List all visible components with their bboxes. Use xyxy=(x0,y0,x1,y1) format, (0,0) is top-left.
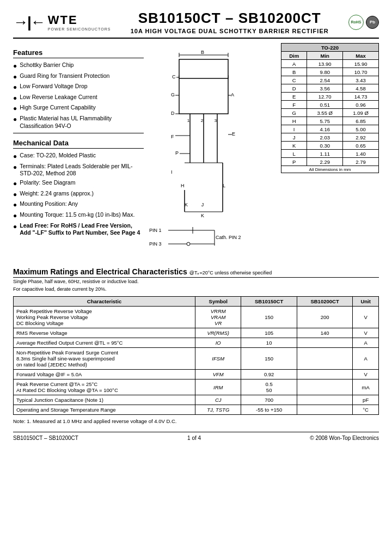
val1-cell: 700 xyxy=(241,395,297,405)
bullet-icon: ● xyxy=(13,115,17,124)
dim-cell: C xyxy=(281,76,307,84)
logo-text: WTE POWER SEMICONDUCTORS xyxy=(48,13,111,31)
list-item: ●High Surge Current Capability xyxy=(13,104,144,113)
val1-cell: 0.92 xyxy=(241,370,297,379)
char-cell: Forward Voltage @IF = 5.0A xyxy=(14,370,195,379)
unit-cell: mA xyxy=(353,379,379,395)
char-cell: Non-Repetitive Peak Forward Surge Curren… xyxy=(14,348,195,370)
footer-left: SB10150CT – SB10200CT xyxy=(13,435,78,441)
features-col: Features ●Schottky Barrier Chip ●Guard R… xyxy=(13,43,144,252)
char-table: Characteristic Symbol SB10150CT SB10200C… xyxy=(13,296,379,415)
unit-cell: V xyxy=(353,370,379,379)
unit-col-header: Unit xyxy=(353,297,379,307)
part-number: SB10150CT – SB10200CT xyxy=(111,10,348,27)
pb-badge: Pb xyxy=(366,16,379,29)
diagram-svg: 1 2 3 B C G D F xyxy=(149,43,258,217)
pin-connection-svg: PIN 1 PIN 3 Cath. PIN 2 xyxy=(149,224,247,251)
symbol-cell: CJ xyxy=(195,395,241,405)
dim-cell: 13.90 xyxy=(307,60,343,68)
note-text: Note: 1. Measured at 1.0 MHz and applied… xyxy=(13,418,379,424)
bullet-icon: ● xyxy=(13,73,17,82)
list-item: ●Guard Ring for Transient Protection xyxy=(13,72,144,82)
val2-cell xyxy=(297,395,352,405)
footer-center: 1 of 4 xyxy=(187,435,201,441)
svg-text:H: H xyxy=(181,183,185,188)
svg-text:B: B xyxy=(201,50,204,55)
sb150-col-header: SB10150CT xyxy=(241,297,297,307)
table-row: Average Rectified Output Current @TL = 9… xyxy=(14,338,379,348)
mechanical-list: ●Case: TO-220, Molded Plastic ●Terminals… xyxy=(13,152,144,237)
dim-cell: 1.40 xyxy=(343,150,379,158)
features-title: Features xyxy=(13,48,144,58)
val1-cell: -55 to +150 xyxy=(241,405,297,415)
list-item: ●Case: TO-220, Molded Plastic xyxy=(13,152,144,161)
dim-cell: L xyxy=(281,150,307,158)
char-cell: Peak Reverse Current @TA = 25°C At Rated… xyxy=(14,379,195,395)
svg-point-43 xyxy=(187,242,190,246)
badges: RoHS Pb xyxy=(348,15,379,30)
bullet-icon: ● xyxy=(13,191,17,199)
dim-cell: 15.90 xyxy=(343,60,379,68)
bullet-icon: ● xyxy=(13,180,17,188)
svg-text:J: J xyxy=(201,202,204,207)
unit-cell: V xyxy=(353,307,379,328)
val2-cell xyxy=(297,348,352,370)
svg-rect-2 xyxy=(179,59,228,78)
symbol-col-header: Symbol xyxy=(195,297,241,307)
symbol-cell: IRM xyxy=(195,379,241,395)
dim-cell: B xyxy=(281,68,307,76)
dim-cell: 10.70 xyxy=(343,68,379,76)
svg-text:G: G xyxy=(171,92,175,97)
page-header: →|← WTE POWER SEMICONDUCTORS SB10150CT –… xyxy=(13,10,379,39)
logo-area: →|← WTE POWER SEMICONDUCTORS xyxy=(13,13,111,31)
dim-header-dim: Dim xyxy=(281,52,307,60)
dim-cell: 0.30 xyxy=(307,142,343,150)
symbol-cell: VFM xyxy=(195,370,241,379)
svg-rect-0 xyxy=(179,76,228,114)
table-row: Typical Junction Capacitance (Note 1)CJ7… xyxy=(14,395,379,405)
svg-text:E: E xyxy=(232,131,235,137)
list-item: ●Low Reverse Leakage Current xyxy=(13,94,144,103)
max-ratings-section: Maximum Ratings and Electrical Character… xyxy=(13,260,379,415)
dim-cell: 4.58 xyxy=(343,84,379,93)
svg-text:I: I xyxy=(171,169,173,175)
dim-cell: 2.79 xyxy=(343,158,379,166)
bullet-icon: ● xyxy=(13,163,17,172)
dim-cell: 3.56 xyxy=(307,84,343,93)
symbol-cell: VR(RMS) xyxy=(195,328,241,338)
dim-cell: 6.85 xyxy=(343,117,379,125)
bullet-icon: ● xyxy=(13,105,17,113)
svg-text:A: A xyxy=(231,92,234,97)
logo-symbol: →|← xyxy=(13,14,45,31)
dim-cell: K xyxy=(281,142,307,150)
dim-cell: 2.03 xyxy=(307,133,343,142)
unit-cell: A xyxy=(353,348,379,370)
sb200-col-header: SB10200CT xyxy=(297,297,352,307)
unit-cell: A xyxy=(353,338,379,348)
bullet-icon: ● xyxy=(13,201,17,210)
dim-cell: H xyxy=(281,117,307,125)
title-area: SB10150CT – SB10200CT 10A HIGH VOLTAGE D… xyxy=(111,10,348,34)
svg-text:K: K xyxy=(201,213,204,217)
list-item: ●Lead Free: For RoHS / Lead Free Version… xyxy=(13,222,144,237)
rohs-badge: RoHS xyxy=(348,15,364,30)
table-row: Peak Reverse Current @TA = 25°C At Rated… xyxy=(14,379,379,395)
table-row: Operating and Storage Temperature RangeT… xyxy=(14,405,379,415)
svg-text:L: L xyxy=(223,183,225,188)
table-row: Forward Voltage @IF = 5.0AVFM0.92V xyxy=(14,370,379,379)
page-footer: SB10150CT – SB10200CT 1 of 4 © 2008 Won-… xyxy=(13,432,379,441)
features-section: Features ●Schottky Barrier Chip ●Guard R… xyxy=(13,43,379,252)
dim-cell: 3.43 xyxy=(343,76,379,84)
svg-text:C: C xyxy=(172,74,176,79)
dim-cell: 3.55 Ø xyxy=(307,109,343,117)
dim-table-title: TO-220 xyxy=(281,44,379,52)
dim-cell: 4.16 xyxy=(307,125,343,133)
logo-sub: POWER SEMICONDUCTORS xyxy=(48,27,111,31)
unit-cell: pF xyxy=(353,395,379,405)
symbol-cell: IO xyxy=(195,338,241,348)
svg-text:Cath. PIN 2: Cath. PIN 2 xyxy=(216,235,241,240)
features-list: ●Schottky Barrier Chip ●Guard Ring for T… xyxy=(13,62,144,130)
val1-cell: 105 xyxy=(241,328,297,338)
dim-cell: 5.00 xyxy=(343,125,379,133)
list-item: ●Low Forward Voltage Drop xyxy=(13,83,144,92)
